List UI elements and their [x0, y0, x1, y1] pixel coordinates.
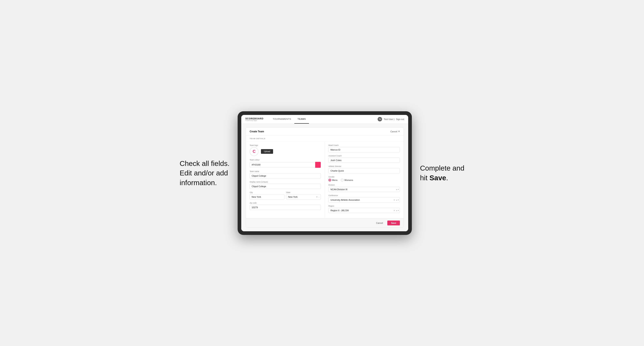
division-group: Division ▲▼	[328, 184, 400, 192]
right-annotation: Complete and hit Save.	[420, 163, 464, 182]
division-caret-icon: ▲▼	[396, 188, 399, 190]
conference-clear-icon[interactable]: ✕	[394, 199, 395, 201]
state-group: State ✕ ⌄	[286, 191, 321, 199]
color-swatch[interactable]	[315, 162, 321, 168]
state-clear-icon[interactable]: ✕	[316, 196, 318, 198]
division-label: Division	[328, 184, 400, 186]
nav-tabs: TOURNAMENTS TEAMS	[270, 115, 309, 124]
form-header: Create Team Cancel ✕	[246, 128, 404, 136]
division-select: ▲▼	[328, 187, 400, 192]
logo-circle: C	[250, 147, 258, 156]
save-button[interactable]: Save	[387, 220, 400, 225]
radio-dot-womens	[341, 179, 344, 181]
head-coach-group: Head Coach	[328, 144, 400, 152]
conference-caret-icon: ▲▼	[396, 199, 399, 201]
team-logo-group: Team logo C Upload	[250, 144, 321, 156]
radio-dot-mens	[328, 179, 331, 181]
conference-label: Conference	[328, 194, 400, 196]
state-caret-icon: ⌄	[318, 196, 320, 198]
gender-womens-radio[interactable]: Womens	[341, 179, 353, 181]
head-coach-label: Head Coach	[328, 144, 400, 146]
state-input[interactable]	[286, 194, 321, 199]
state-label: State	[286, 191, 321, 193]
zip-label: Zip code	[250, 202, 321, 204]
conference-group: Conference ✕ ▲▼	[328, 194, 400, 202]
gender-mens-radio[interactable]: Mens	[328, 179, 338, 181]
tab-tournaments[interactable]: TOURNAMENTS	[270, 115, 294, 124]
city-state-row: City State ✕ ⌄	[250, 191, 321, 199]
assistant-coach-label: Assistant Coach	[328, 155, 400, 157]
logo-title: SCOREBOARD	[245, 117, 263, 120]
display-name-input[interactable]	[250, 184, 321, 189]
main-content: Create Team Cancel ✕ TEAM DETAILS	[241, 124, 408, 231]
form-cancel-top[interactable]: Cancel ✕	[390, 130, 400, 133]
form-footer: Cancel Save	[246, 218, 404, 227]
gender-row: Mens Womens	[328, 179, 400, 181]
display-name-group: Display name (unique)	[250, 181, 321, 189]
team-name-label: Team name	[250, 170, 321, 173]
logo-area: C Upload	[250, 147, 321, 156]
form-card: Create Team Cancel ✕ TEAM DETAILS	[246, 128, 404, 228]
region-clear-icon[interactable]: ✕	[394, 209, 395, 211]
athletic-director-label: Athletic Director	[328, 165, 400, 167]
region-select: ✕ ▲▼	[328, 208, 400, 213]
region-caret-icon: ▲▼	[396, 209, 399, 211]
zip-input[interactable]	[250, 205, 321, 210]
user-label: Test User |	[384, 118, 394, 120]
form-left: Team logo C Upload Team colour	[246, 142, 325, 218]
team-logo-label: Team logo	[250, 144, 321, 146]
athletic-director-group: Athletic Director	[328, 165, 400, 173]
conference-input[interactable]	[328, 197, 400, 202]
region-input[interactable]	[328, 208, 400, 213]
cancel-button[interactable]: Cancel	[374, 220, 385, 225]
gender-label: Gender	[328, 176, 400, 178]
form-title: Create Team	[250, 130, 264, 133]
region-group: Region ✕ ▲▼	[328, 205, 400, 213]
gender-group: Gender Mens Womens	[328, 176, 400, 181]
form-right: Head Coach Assistant Coach Athletic Dire…	[325, 142, 404, 218]
athletic-director-input[interactable]	[328, 168, 400, 173]
color-field-row	[250, 162, 321, 168]
top-nav: SCOREBOARD Powered by clippd TOURNAMENTS…	[241, 115, 408, 124]
nav-logo: SCOREBOARD Powered by clippd	[245, 117, 263, 121]
head-coach-input[interactable]	[328, 147, 400, 152]
team-name-group: Team name	[250, 170, 321, 178]
city-group: City	[250, 191, 284, 199]
display-name-label: Display name (unique)	[250, 181, 321, 183]
upload-button[interactable]: Upload	[261, 149, 273, 154]
tab-teams[interactable]: TEAMS	[294, 115, 309, 124]
avatar: TU	[378, 117, 382, 121]
form-body: Team logo C Upload Team colour	[246, 142, 404, 218]
assistant-coach-input[interactable]	[328, 158, 400, 163]
city-input[interactable]	[250, 194, 284, 199]
assistant-coach-group: Assistant Coach	[328, 155, 400, 163]
logo-sub: Powered by clippd	[245, 120, 263, 121]
left-annotation: Check all fields. Edit and/or add inform…	[180, 159, 230, 187]
team-name-input[interactable]	[250, 173, 321, 178]
nav-right: TU Test User | Sign out	[378, 117, 404, 121]
city-label: City	[250, 191, 284, 193]
section-label: TEAM DETAILS	[246, 136, 404, 142]
zip-group: Zip code	[250, 202, 321, 210]
conference-select: ✕ ▲▼	[328, 197, 400, 202]
team-colour-label: Team colour	[250, 159, 321, 161]
team-colour-group: Team colour	[250, 159, 321, 168]
sign-out-button[interactable]: Sign out	[396, 118, 404, 120]
division-input[interactable]	[328, 187, 400, 192]
team-colour-input[interactable]	[250, 162, 315, 167]
region-label: Region	[328, 205, 400, 207]
